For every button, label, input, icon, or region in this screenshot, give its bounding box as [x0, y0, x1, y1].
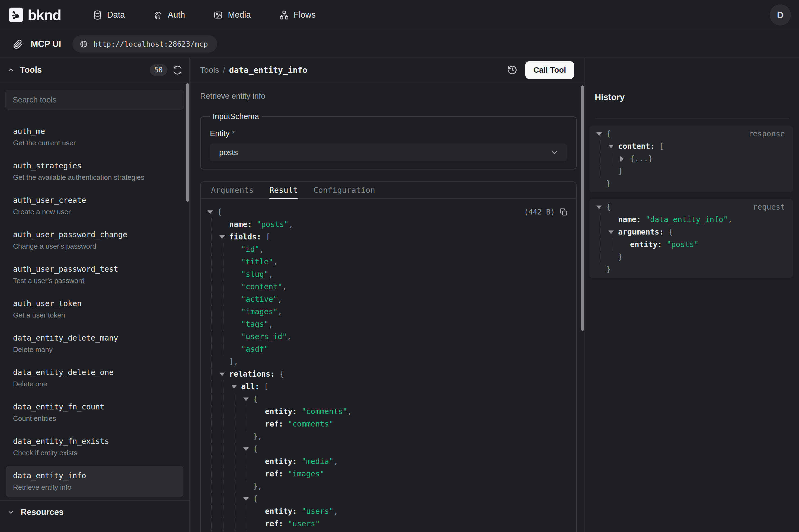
caret-down-icon[interactable] — [243, 497, 249, 501]
call-tool-button[interactable]: Call Tool — [525, 61, 574, 79]
indent-guide — [247, 518, 247, 530]
caret-right-icon[interactable] — [620, 156, 624, 162]
page-title: MCP UI — [31, 39, 61, 49]
indent-guide — [235, 393, 235, 405]
json-line: }, — [201, 480, 576, 493]
json-key: name: — [618, 215, 641, 224]
mcp-url-pill[interactable]: http://localhost:28623/mcp — [72, 35, 217, 53]
tab-arguments[interactable]: Arguments — [211, 182, 253, 198]
indent-guide — [247, 468, 247, 480]
tab-result[interactable]: Result — [269, 182, 298, 198]
indent-guide — [235, 443, 235, 455]
json-string-value: "id" — [241, 245, 259, 254]
indent-guide — [235, 430, 235, 443]
history-panel: History {responsecontent: [{...}]}{reque… — [585, 58, 799, 532]
history-card-request[interactable]: {requestname: "data_entity_info",argumen… — [589, 199, 793, 278]
json-punctuation: , — [259, 245, 264, 254]
json-punctuation: ] — [618, 167, 623, 176]
sidebar-item-data_entity_fn_exists[interactable]: data_entity_fn_existsCheck if entity exi… — [6, 432, 183, 462]
json-punctuation: [ — [266, 232, 270, 241]
indent-guide — [612, 238, 612, 251]
indent-guide — [612, 153, 612, 165]
json-punctuation: } — [618, 252, 623, 261]
indent-guide — [223, 306, 224, 318]
indent-guide — [223, 293, 224, 306]
caret-down-icon[interactable] — [243, 448, 249, 451]
sidebar-item-data_entity_fn_count[interactable]: data_entity_fn_countCount entities — [6, 397, 183, 428]
indent-guide — [211, 505, 212, 518]
sidebar-item-auth_strategies[interactable]: auth_strategiesGet the available authent… — [6, 156, 183, 187]
indent-guide — [235, 493, 235, 505]
chevron-up-icon[interactable] — [7, 66, 15, 74]
sidebar-item-auth_user_password_test[interactable]: auth_user_password_testTest a user's pas… — [6, 259, 183, 290]
caret-down-icon[interactable] — [231, 385, 237, 388]
history-toggle-button[interactable] — [507, 64, 518, 75]
input-schema-legend: InputSchema — [210, 112, 262, 121]
sidebar-item-data_entity_info[interactable]: data_entity_infoRetrieve entity info — [6, 466, 183, 497]
caret-down-icon[interactable] — [220, 373, 225, 376]
indent-guide — [211, 468, 212, 480]
indent-guide — [223, 505, 224, 518]
nav-item-media[interactable]: Media — [213, 10, 251, 20]
caret-down-icon[interactable] — [608, 230, 614, 234]
result-json-viewer: {(442 B)name: "posts",fields: ["id","tit… — [201, 199, 576, 532]
indent-guide — [223, 518, 224, 530]
indent-guide — [600, 165, 601, 177]
refresh-tools-button[interactable] — [173, 65, 182, 75]
sidebar-item-data_entity_delete_many[interactable]: data_entity_delete_manyDelete many — [6, 328, 183, 359]
indent-guide — [600, 238, 601, 251]
indent-guide — [223, 418, 224, 430]
search-tools-input[interactable] — [5, 90, 184, 110]
sidebar-item-auth_user_password_change[interactable]: auth_user_password_changeChange a user's… — [6, 225, 183, 256]
tab-configuration[interactable]: Configuration — [313, 182, 375, 198]
sidebar-section-resources[interactable]: Resources — [0, 500, 189, 524]
sidebar-item-auth_user_token[interactable]: auth_user_tokenGet a user token — [6, 294, 183, 325]
json-punctuation: , — [268, 320, 273, 329]
nav-item-flows[interactable]: Flows — [279, 10, 316, 20]
json-punctuation: } — [606, 179, 611, 188]
tools-section-header[interactable]: Tools 50 — [0, 58, 189, 82]
main-scrollbar[interactable] — [581, 86, 584, 331]
indent-guide — [211, 493, 212, 505]
caret-down-icon[interactable] — [208, 210, 213, 214]
entity-field-label: Entity* — [210, 129, 569, 138]
sidebar-scrollbar[interactable] — [186, 83, 189, 202]
tool-detail-panel: Tools / data_entity_info Call Tool Retri… — [190, 58, 585, 532]
tool-name: data_entity_fn_count — [13, 402, 176, 411]
tool-description: Retrieve entity info — [13, 483, 176, 492]
copy-icon[interactable] — [559, 208, 568, 216]
tool-list: auth_meGet the current userauth_strategi… — [0, 121, 189, 497]
nav-item-data[interactable]: Data — [93, 10, 125, 20]
caret-down-icon[interactable] — [243, 398, 249, 401]
sidebar-item-auth_user_create[interactable]: auth_user_createCreate a new user — [6, 190, 183, 222]
indent-guide — [600, 226, 601, 238]
history-card-list: {responsecontent: [{...}]}{requestname: … — [585, 126, 799, 278]
json-string-value: "content" — [241, 282, 282, 291]
nav-item-auth[interactable]: Auth — [153, 10, 185, 20]
indent-guide — [223, 256, 224, 268]
indent-guide — [235, 468, 235, 480]
sidebar-item-auth_me[interactable]: auth_meGet the current user — [6, 121, 183, 153]
sidebar-item-data_entity_delete_one[interactable]: data_entity_delete_oneDelete one — [6, 363, 183, 394]
tool-description: Get a user token — [13, 311, 176, 319]
entity-select[interactable]: posts — [210, 144, 567, 162]
json-punctuation: }, — [253, 482, 262, 491]
json-punctuation: , — [347, 407, 352, 416]
json-string-value: "images" — [241, 307, 278, 316]
caret-down-icon[interactable] — [596, 206, 602, 209]
user-avatar[interactable]: D — [770, 4, 791, 25]
json-line: {(442 B) — [201, 206, 576, 218]
json-line: } — [589, 263, 793, 276]
bknd-logo[interactable]: bknd — [9, 6, 61, 23]
indent-guide — [600, 153, 601, 165]
json-key: fields: — [229, 232, 261, 241]
caret-down-icon[interactable] — [608, 145, 614, 148]
json-string-value: "data_entity_info" — [646, 215, 728, 224]
mcp-url: http://localhost:28623/mcp — [93, 40, 208, 48]
history-card-response[interactable]: {responsecontent: [{...}]} — [589, 126, 793, 192]
caret-down-icon[interactable] — [220, 235, 225, 239]
caret-down-icon[interactable] — [596, 132, 602, 136]
tool-description: Delete many — [13, 345, 176, 354]
json-line: ], — [201, 356, 576, 368]
breadcrumb-section[interactable]: Tools — [200, 65, 219, 75]
